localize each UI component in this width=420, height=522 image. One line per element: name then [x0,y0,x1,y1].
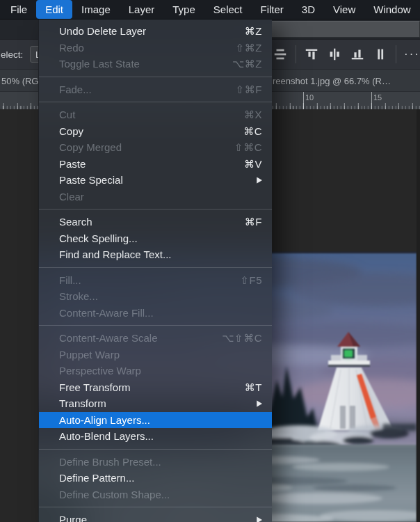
menu-item-content-aware-fill: Content-Aware Fill... [39,305,272,322]
menu-item-shortcut: ⌥⇧⌘C [222,330,262,347]
menu-item-label: Copy Merged [59,139,234,156]
menu-item-transform[interactable]: Transform▶ [39,395,272,412]
menubar-item-edit[interactable]: Edit [36,0,72,19]
menu-item-redo: Redo⇧⌘Z [39,40,272,56]
edit-menu-dropdown: Undo Delete Layer⌘ZRedo⇧⌘ZToggle Last St… [38,19,272,522]
menu-item-label: Check Spelling... [59,230,262,247]
toolbar-separator [296,45,296,63]
document-tab-active[interactable]: reenshot 1.jpg @ 66.7% (R… [273,75,391,86]
menu-item-shortcut: ⇧F5 [240,272,262,289]
menubar-item-window[interactable]: Window [364,0,419,19]
toolbar-separator [396,45,396,63]
menu-item-purge[interactable]: Purge▶ [39,512,272,522]
menu-item-label: Toggle Last State [59,56,232,72]
menu-separator [39,267,272,268]
menu-separator [39,507,272,507]
menu-item-shortcut: ⇧⌘F [236,81,262,98]
menu-item-label: Purge [59,512,251,522]
menu-item-check-spelling[interactable]: Check Spelling... [39,230,272,247]
menu-item-fade: Fade...⇧⌘F [39,81,272,98]
menu-item-shortcut: ⌘X [244,106,262,123]
auto-select-label: elect: [1,49,23,60]
menu-item-undo-delete-layer[interactable]: Undo Delete Layer⌘Z [39,23,272,40]
menu-item-label: Perspective Warp [59,363,262,379]
menu-separator [39,449,272,450]
menu-item-auto-blend-layers[interactable]: Auto-Blend Layers... [39,428,272,445]
menu-item-label: Transform [59,395,251,412]
menubar-item-3d[interactable]: 3D [293,0,324,19]
menu-item-stroke: Stroke... [39,288,272,305]
menu-bar: FileEditImageLayerTypeSelectFilter3DView… [0,0,420,19]
menu-item-label: Content-Aware Fill... [59,305,262,322]
menu-item-label: Cut [59,106,244,123]
menu-item-label: Define Custom Shape... [59,487,262,503]
menu-item-toggle-last-state: Toggle Last State⌥⌘Z [39,56,272,72]
menu-item-label: Define Brush Preset... [59,454,262,470]
menubar-item-type[interactable]: Type [163,0,204,19]
align-horizontal-centers-icon[interactable] [373,47,388,62]
photoshop-window: elect: L ··· 50% (RG reenshot 1.jpg @ 66… [0,0,420,522]
menu-item-perspective-warp: Perspective Warp [39,363,272,379]
submenu-arrow-icon: ▶ [257,510,262,522]
menu-item-define-pattern[interactable]: Define Pattern... [39,470,272,487]
menu-separator [39,209,272,209]
menu-separator [39,77,272,77]
menu-item-puppet-warp: Puppet Warp [39,347,272,363]
menu-item-shortcut: ⇧⌘Z [236,40,262,56]
menu-item-label: Undo Delete Layer [59,23,245,40]
menubar-item-image[interactable]: Image [72,0,120,19]
menu-item-shortcut: ⌘F [245,214,262,230]
menu-item-define-custom-shape: Define Custom Shape... [39,487,272,503]
menu-item-label: Paste Special [59,172,251,189]
submenu-arrow-icon: ▶ [257,394,262,413]
ruler-tick [303,92,304,109]
submenu-arrow-icon: ▶ [257,171,262,189]
menu-item-label: Puppet Warp [59,347,262,363]
ruler-number: 10 [305,93,314,102]
document-tab-left[interactable]: 50% (RG [1,75,38,86]
menu-item-label: Search [59,214,245,230]
menubar-item-layer[interactable]: Layer [120,0,164,19]
menu-item-paste[interactable]: Paste⌘V [39,156,272,173]
align-bottom-edges-icon[interactable] [350,47,365,62]
menu-item-shortcut: ⌘V [244,156,262,173]
alignment-toolbar: ··· [273,40,420,69]
more-align-options-icon[interactable]: ··· [404,47,420,61]
ruler-tick [371,92,372,109]
menu-item-label: Find and Replace Text... [59,246,262,263]
menu-item-copy[interactable]: Copy⌘C [39,123,272,140]
menu-item-label: Copy [59,123,243,140]
menu-item-free-transform[interactable]: Free Transform⌘T [39,379,272,396]
menu-item-label: Fill... [59,272,240,289]
menu-item-shortcut: ⌘C [243,123,262,140]
menu-item-label: Fade... [59,81,236,98]
menu-item-find-and-replace-text[interactable]: Find and Replace Text... [39,246,272,263]
menu-item-shortcut: ⌥⌘Z [232,56,262,72]
menu-item-label: Free Transform [59,379,245,396]
options-dropdown-field[interactable] [268,21,420,38]
menu-item-content-aware-scale: Content-Aware Scale⌥⇧⌘C [39,330,272,347]
menu-item-label: Paste [59,156,244,173]
menu-item-shortcut: ⇧⌘C [234,139,262,156]
menubar-item-view[interactable]: View [324,0,364,19]
menu-item-clear: Clear [39,189,272,205]
menubar-item-filter[interactable]: Filter [252,0,293,19]
menu-separator [39,102,272,102]
distribute-horizontal-centers-icon[interactable] [327,47,342,62]
menu-item-shortcut: ⌘Z [245,23,262,40]
menu-item-label: Redo [59,40,236,56]
menu-item-paste-special[interactable]: Paste Special▶ [39,172,272,189]
menu-separator [39,325,272,326]
menu-item-auto-align-layers[interactable]: Auto-Align Layers... [39,412,272,429]
menu-item-search[interactable]: Search⌘F [39,214,272,230]
menu-item-label: Stroke... [59,288,262,305]
align-top-edges-icon[interactable] [304,47,319,62]
menubar-item-file[interactable]: File [1,0,36,19]
menu-item-label: Clear [59,189,262,205]
menu-item-cut: Cut⌘X [39,106,272,123]
menu-item-fill: Fill...⇧F5 [39,272,272,289]
align-vertical-centers-icon[interactable] [273,47,288,62]
menu-item-label: Content-Aware Scale [59,330,222,347]
menu-item-define-brush-preset: Define Brush Preset... [39,454,272,470]
menubar-item-select[interactable]: Select [204,0,252,19]
